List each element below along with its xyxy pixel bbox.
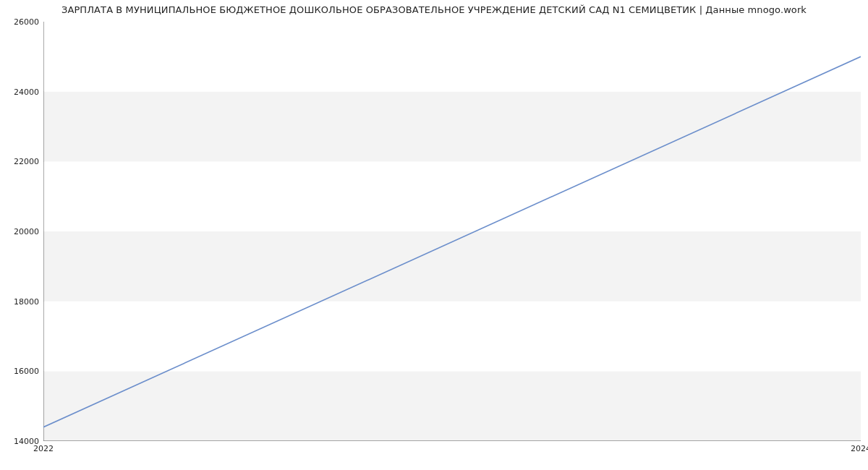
ytick-label: 24000 [14, 87, 39, 96]
ytick-label: 26000 [14, 17, 39, 27]
svg-rect-2 [43, 371, 861, 441]
ytick-label: 16000 [14, 367, 39, 376]
svg-rect-5 [43, 161, 861, 231]
svg-rect-7 [43, 22, 861, 92]
ytick-label: 22000 [14, 157, 39, 166]
chart-container: ЗАРПЛАТА В МУНИЦИПАЛЬНОЕ БЮДЖЕТНОЕ ДОШКО… [0, 0, 868, 470]
grid-bands [43, 22, 861, 441]
svg-rect-6 [43, 92, 861, 162]
xtick-label: 2022 [33, 444, 54, 453]
chart-plot [43, 22, 861, 441]
xtick-label: 2024 [851, 444, 868, 453]
chart-title: ЗАРПЛАТА В МУНИЦИПАЛЬНОЕ БЮДЖЕТНОЕ ДОШКО… [0, 4, 868, 15]
ytick-label: 18000 [14, 296, 39, 306]
ytick-label: 20000 [14, 227, 39, 236]
svg-rect-3 [43, 302, 861, 372]
